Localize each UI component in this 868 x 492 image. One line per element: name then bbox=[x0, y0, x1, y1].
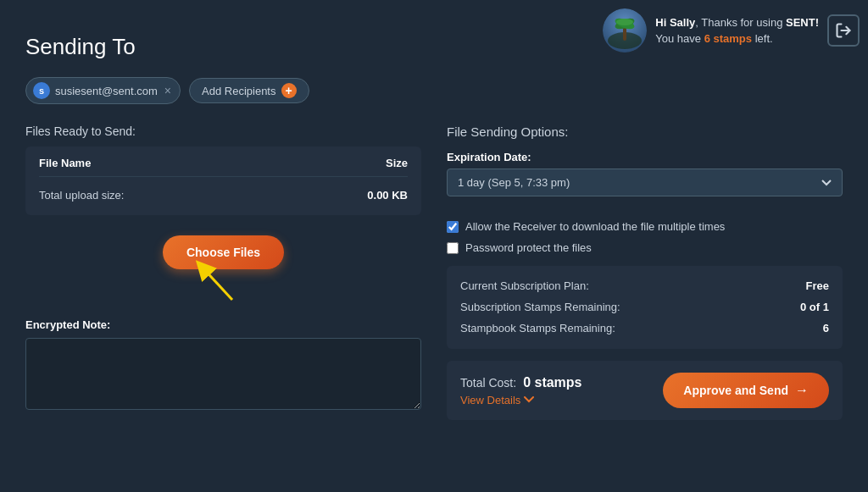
total-label: Total upload size: bbox=[39, 189, 124, 202]
recipient-bar: s susiesent@sent.com × Add Recipients + bbox=[25, 77, 843, 104]
two-column-layout: Files Ready to Send: File Name Size Tota… bbox=[25, 124, 843, 420]
total-cost-label: Total Cost: 0 stamps bbox=[460, 375, 582, 390]
col-size: Size bbox=[386, 157, 408, 169]
stampbook-row: Stampbook Stamps Remaining: 6 bbox=[460, 318, 829, 340]
view-details-button[interactable]: View Details bbox=[460, 394, 582, 406]
add-recipient-label: Add Recipients bbox=[202, 85, 275, 97]
add-icon: + bbox=[281, 83, 297, 98]
sub-stamps-row: Subscription Stamps Remaining: 0 of 1 bbox=[460, 297, 829, 318]
recipient-email: susiesent@sent.com bbox=[55, 85, 158, 97]
allow-download-checkbox[interactable] bbox=[447, 221, 459, 233]
arrow-indicator bbox=[190, 259, 241, 301]
allow-download-label[interactable]: Allow the Receiver to download the file … bbox=[465, 220, 725, 233]
left-column: Files Ready to Send: File Name Size Tota… bbox=[25, 124, 421, 420]
col-filename: File Name bbox=[39, 157, 91, 169]
total-value: 0.00 KB bbox=[367, 189, 408, 202]
recipient-avatar: s bbox=[33, 82, 50, 99]
expiry-label: Expiration Date: bbox=[447, 151, 843, 163]
encrypted-note-label: Encrypted Note: bbox=[25, 318, 421, 331]
files-section-label: Files Ready to Send: bbox=[25, 124, 421, 138]
right-column: File Sending Options: Expiration Date: 1… bbox=[447, 124, 843, 420]
file-table: File Name Size Total upload size: 0.00 K… bbox=[25, 146, 421, 215]
total-cost-left: Total Cost: 0 stamps View Details bbox=[460, 375, 582, 406]
encrypted-note-textarea[interactable] bbox=[25, 338, 421, 410]
options-section-label: File Sending Options: bbox=[447, 124, 843, 139]
approve-and-send-button[interactable]: Approve and Send → bbox=[663, 373, 829, 408]
arrow-right-icon: → bbox=[795, 383, 809, 398]
recipient-chip: s susiesent@sent.com × bbox=[25, 77, 181, 104]
add-recipients-button[interactable]: Add Recipients + bbox=[189, 78, 309, 103]
total-upload-row: Total upload size: 0.00 KB bbox=[39, 185, 408, 205]
password-protect-label[interactable]: Password protect the files bbox=[465, 241, 592, 254]
plan-row: Current Subscription Plan: Free bbox=[460, 276, 829, 297]
file-table-header: File Name Size bbox=[39, 157, 408, 177]
password-protect-checkbox[interactable] bbox=[447, 242, 459, 254]
chevron-down-icon bbox=[524, 396, 534, 403]
page-title: Sending To bbox=[25, 34, 843, 60]
subscription-info: Current Subscription Plan: Free Subscrip… bbox=[447, 266, 843, 349]
svg-line-7 bbox=[203, 268, 232, 300]
password-protect-row: Password protect the files bbox=[447, 241, 843, 254]
allow-download-row: Allow the Receiver to download the file … bbox=[447, 220, 843, 233]
stampbook-label: Stampbook Stamps Remaining: bbox=[460, 320, 615, 338]
plan-label: Current Subscription Plan: bbox=[460, 278, 589, 296]
expiry-select[interactable]: 1 day (Sep 5, 7:33 pm) 3 days 7 days 30 … bbox=[447, 169, 843, 196]
sub-stamps-value: 0 of 1 bbox=[800, 299, 829, 317]
remove-recipient-button[interactable]: × bbox=[164, 84, 171, 97]
stampbook-value: 6 bbox=[823, 320, 829, 338]
sub-stamps-label: Subscription Stamps Remaining: bbox=[460, 299, 620, 317]
plan-value: Free bbox=[806, 278, 829, 296]
total-cost-bar: Total Cost: 0 stamps View Details Approv… bbox=[447, 361, 843, 420]
total-cost-value: 0 stamps bbox=[523, 375, 581, 390]
main-container: Sending To s susiesent@sent.com × Add Re… bbox=[0, 0, 868, 437]
